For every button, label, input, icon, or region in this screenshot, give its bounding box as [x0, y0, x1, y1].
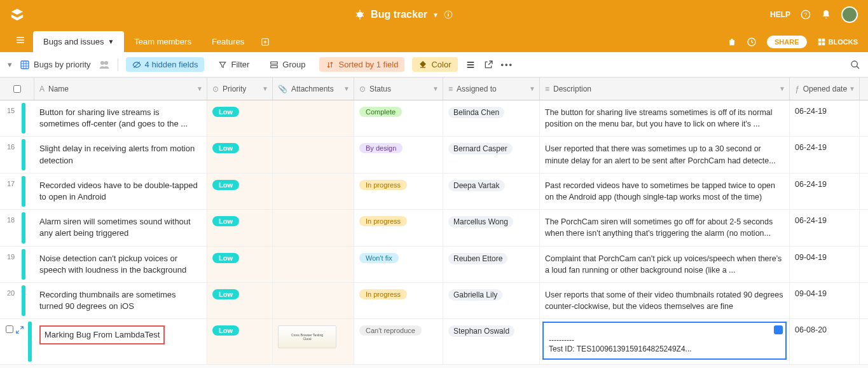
svg-point-17	[851, 61, 857, 67]
priority-pill[interactable]: Low	[212, 180, 239, 190]
attachments-cell[interactable]	[273, 247, 354, 282]
table-row[interactable]: 17 Recorded videos have to be double-tap…	[0, 174, 868, 210]
svg-rect-16	[271, 65, 278, 68]
help-icon[interactable]: ?	[801, 10, 811, 20]
svg-rect-11	[21, 61, 29, 69]
add-row-button[interactable]: +	[0, 365, 868, 368]
group-button[interactable]: Group	[263, 57, 312, 72]
help-link[interactable]: HELP	[770, 10, 790, 19]
description-cell[interactable]: Complaint that PorchCam can't pick up vo…	[545, 253, 784, 276]
hidden-fields-button[interactable]: 4 hidden fields	[126, 57, 205, 72]
assigned-chip[interactable]: Reuben Ettore	[448, 253, 507, 264]
status-pill[interactable]: Won't fix	[359, 253, 399, 263]
tab-dropdown-icon[interactable]: ▼	[107, 38, 114, 45]
table-row[interactable]: 18 Alarm siren will sometimes sound with…	[0, 210, 868, 246]
description-cell[interactable]: User reports that some of their video th…	[545, 289, 784, 312]
priority-pill[interactable]: Low	[212, 325, 239, 336]
sort-button[interactable]: Sorted by 1 field	[319, 57, 404, 72]
status-pill[interactable]: By design	[359, 143, 403, 153]
add-table-button[interactable]	[254, 32, 276, 52]
name-cell[interactable]: Marking Bug From LambdaTest	[39, 325, 165, 344]
column-header-status[interactable]: ⊙Status▼	[354, 78, 443, 100]
svg-text:i: i	[448, 12, 449, 18]
color-button[interactable]: Color	[412, 57, 457, 72]
share-view-icon[interactable]	[483, 60, 493, 70]
filter-button[interactable]: Filter	[212, 57, 256, 72]
table-tabs: Bugs and issues ▼ Team members Features …	[0, 29, 868, 52]
priority-pill[interactable]: Low	[212, 253, 239, 263]
row-height-icon[interactable]	[465, 60, 476, 70]
column-header-priority[interactable]: ⊙Priority▼	[207, 78, 273, 100]
status-pill[interactable]: In progress	[359, 216, 407, 226]
notifications-icon[interactable]	[821, 10, 831, 20]
description-cell[interactable]: User reported that there was sometimes u…	[545, 143, 784, 166]
views-menu-icon[interactable]: ▾	[8, 60, 12, 69]
row-number: 20	[0, 283, 22, 318]
table-row-editing[interactable]: Marking Bug From LambdaTest Low Cross Br…	[0, 319, 868, 365]
column-header-description[interactable]: ≡Description▼	[540, 78, 790, 100]
name-cell[interactable]: Recording thumbnails are sometimes turne…	[39, 289, 202, 312]
assigned-chip[interactable]: Bernard Casper	[448, 143, 513, 154]
tab-features[interactable]: Features	[202, 31, 254, 52]
status-pill[interactable]: Complete	[359, 107, 402, 117]
column-header-attachments[interactable]: 📎Attachments▼	[273, 78, 354, 100]
info-icon[interactable]: i	[444, 10, 453, 19]
description-cell[interactable]: Past recorded videos have to sometimes b…	[545, 180, 784, 203]
tab-bugs-and-issues[interactable]: Bugs and issues ▼	[33, 31, 124, 52]
trash-icon[interactable]	[727, 37, 736, 46]
share-button[interactable]: SHARE	[767, 36, 807, 48]
priority-pill[interactable]: Low	[212, 289, 239, 299]
expand-record-icon[interactable]	[15, 325, 24, 334]
tab-team-members[interactable]: Team members	[124, 31, 202, 52]
priority-pill[interactable]: Low	[212, 107, 239, 117]
description-cell[interactable]: The PorchCam siren will sometimes go off…	[545, 216, 784, 239]
description-cell[interactable]: The button for sharing live streams some…	[545, 107, 784, 130]
table-row[interactable]: 15 Button for sharing live streams is so…	[0, 100, 868, 137]
name-cell[interactable]: Button for sharing live streams is somet…	[39, 107, 202, 130]
attachments-cell[interactable]	[273, 174, 354, 209]
attachment-thumbnail[interactable]: Cross Browser Testing Cloud	[278, 325, 336, 348]
status-pill[interactable]: In progress	[359, 289, 407, 299]
select-all-checkbox[interactable]	[13, 85, 21, 93]
assigned-chip[interactable]: Belinda Chen	[448, 107, 504, 118]
column-header-assigned[interactable]: ≡Assigned to▼	[443, 78, 540, 100]
title-dropdown-icon[interactable]: ▼	[432, 11, 439, 18]
attachments-cell[interactable]	[273, 100, 354, 136]
menu-icon[interactable]	[8, 30, 33, 52]
assigned-chip[interactable]: Marcellus Wong	[448, 216, 513, 228]
column-header-opened-date[interactable]: ƒOpened date▼	[790, 78, 860, 100]
svg-rect-8	[822, 39, 825, 42]
user-avatar[interactable]	[841, 6, 858, 23]
assigned-chip[interactable]: Stephan Oswald	[448, 325, 514, 337]
base-title-area[interactable]: Bug tracker ▼ i	[37, 9, 770, 20]
attachments-cell[interactable]	[273, 137, 354, 172]
opened-date-cell: 09-04-19	[795, 253, 827, 262]
row-checkbox[interactable]	[6, 325, 13, 333]
status-pill[interactable]: Can't reproduce	[359, 325, 422, 336]
assigned-chip[interactable]: Deepa Vartak	[448, 180, 505, 191]
blocks-button[interactable]: BLOCKS	[817, 37, 858, 46]
more-options-icon[interactable]: •••	[501, 60, 514, 69]
grid-view-icon	[20, 60, 30, 70]
status-pill[interactable]: In progress	[359, 180, 407, 190]
search-icon[interactable]	[850, 60, 860, 70]
table-row[interactable]: 20 Recording thumbnails are sometimes tu…	[0, 283, 868, 319]
priority-pill[interactable]: Low	[212, 216, 239, 226]
table-row[interactable]: 19 Noise detection can't pickup voices o…	[0, 247, 868, 283]
attachments-cell[interactable]	[273, 210, 354, 245]
app-logo-icon[interactable]	[10, 8, 24, 22]
view-switcher[interactable]: Bugs by priority	[20, 60, 91, 70]
name-cell[interactable]: Recorded videos have to be double-tapped…	[39, 180, 202, 203]
history-icon[interactable]	[747, 37, 757, 47]
assigned-chip[interactable]: Gabriella Lily	[448, 289, 502, 301]
description-editor[interactable]: ---------- Test ID: TES10096139159164825…	[542, 322, 787, 360]
collaborators-icon[interactable]	[99, 59, 110, 71]
name-cell[interactable]: Noise detection can't pickup voices or s…	[39, 253, 202, 276]
name-cell[interactable]: Slight delay in receiving alerts from mo…	[39, 143, 202, 166]
column-header-name[interactable]: AName▼	[34, 78, 207, 100]
priority-pill[interactable]: Low	[212, 143, 239, 153]
table-row[interactable]: 16 Slight delay in receiving alerts from…	[0, 137, 868, 173]
name-cell[interactable]: Alarm siren will sometimes sound without…	[39, 216, 202, 239]
attachments-cell[interactable]	[273, 283, 354, 318]
expand-cell-icon[interactable]	[774, 325, 783, 334]
